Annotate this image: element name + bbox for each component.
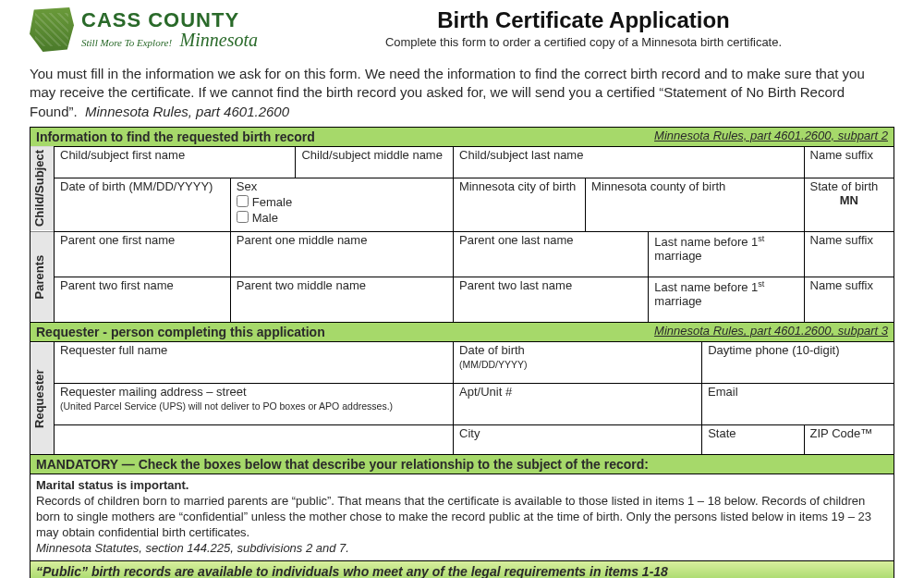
section2-citation: Minnesota Rules, part 4601.2600, subpart… (654, 325, 888, 338)
mandatory-header: MANDATORY — Check the boxes below that d… (30, 455, 894, 474)
requester-state-field[interactable]: State (702, 425, 804, 455)
public-strip-row: “Public” birth records are available to … (30, 560, 894, 578)
p2-suffix-field[interactable]: Name suffix (804, 277, 894, 323)
form-table: Information to find the requested birth … (30, 127, 894, 578)
child-detail-row: Date of birth (MM/DD/YYYY) Sex Female Ma… (30, 178, 894, 232)
marital-body-cell: Marital status is important. Records of … (30, 474, 894, 560)
p2-maiden-field[interactable]: Last name before 1st marriage (649, 277, 804, 323)
page-title: Birth Certificate Application (273, 7, 894, 33)
sex-male-checkbox[interactable] (237, 211, 249, 223)
section2-header-row: Requester - person completing this appli… (30, 323, 894, 342)
parent1-row: Parents Parent one first name Parent one… (30, 231, 894, 277)
requester-email-field[interactable]: Email (702, 384, 894, 425)
parent2-row: Parent two first name Parent two middle … (30, 277, 894, 323)
p1-middle-field[interactable]: Parent one middle name (230, 231, 453, 277)
child-first-field[interactable]: Child/subject first name (55, 146, 296, 178)
page-header: CASS COUNTY Still More To Explore! Minne… (30, 7, 894, 52)
child-middle-field[interactable]: Child/subject middle name (296, 146, 454, 178)
requester-fullname-field[interactable]: Requester full name (55, 342, 454, 384)
section2-title: Requester - person completing this appli… (36, 325, 325, 339)
child-name-row: Child/Subject Child/subject first name C… (30, 146, 894, 178)
org-name: CASS COUNTY (81, 10, 258, 31)
child-state-field: State of birth MN (804, 178, 894, 232)
requester-street-continued[interactable] (55, 425, 454, 455)
requester-row1: Requester Requester full name Date of bi… (30, 342, 894, 384)
p2-first-field[interactable]: Parent two first name (55, 277, 231, 323)
state-value: MN (840, 193, 858, 207)
requester-zip-field[interactable]: ZIP Code™ (804, 425, 894, 455)
requester-apt-field[interactable]: Apt/Unit # (454, 384, 702, 425)
mandatory-header-row: MANDATORY — Check the boxes below that d… (30, 455, 894, 474)
marital-body: Records of children born to married pare… (36, 494, 871, 539)
org-wordmark: CASS COUNTY Still More To Explore! Minne… (81, 10, 258, 49)
sex-female-option[interactable]: Female (237, 194, 447, 210)
p2-middle-field[interactable]: Parent two middle name (230, 277, 453, 323)
p1-maiden-field[interactable]: Last name before 1st marriage (649, 231, 804, 277)
child-county-field[interactable]: Minnesota county of birth (586, 178, 804, 232)
vlabel-child: Child/Subject (30, 146, 55, 231)
page-subtitle: Complete this form to order a certified … (273, 35, 894, 49)
org-state: Minnesota (180, 30, 258, 50)
requester-row2: Requester mailing address – street (Unit… (30, 384, 894, 425)
requester-city-field[interactable]: City (454, 425, 702, 455)
county-map-icon (30, 7, 74, 52)
title-block: Birth Certificate Application Complete t… (273, 7, 894, 49)
p2-last-field[interactable]: Parent two last name (454, 277, 649, 323)
org-logo-block: CASS COUNTY Still More To Explore! Minne… (30, 7, 258, 52)
p1-first-field[interactable]: Parent one first name (55, 231, 231, 277)
section1-citation: Minnesota Rules, part 4601.2600, subpart… (654, 129, 888, 143)
state-label: State of birth (810, 180, 888, 194)
p1-last-field[interactable]: Parent one last name (454, 231, 649, 277)
child-city-field[interactable]: Minnesota city of birth (453, 178, 585, 232)
sex-male-option[interactable]: Male (237, 210, 447, 226)
marital-citation: Minnesota Statutes, section 144.225, sub… (36, 541, 349, 555)
intro-citation: Minnesota Rules, part 4601.2600 (85, 104, 289, 119)
org-tagline: Still More To Explore! (81, 37, 172, 48)
marital-heading: Marital status is important. (36, 478, 188, 492)
vlabel-requester: Requester (30, 342, 55, 455)
child-dob-field[interactable]: Date of birth (MM/DD/YYYY) (55, 178, 231, 232)
requester-dob-field[interactable]: Date of birth (MM/DD/YYYY) (454, 342, 702, 384)
section1-title: Information to find the requested birth … (36, 129, 315, 144)
vlabel-parents: Parents (30, 231, 55, 322)
child-sex-field: Sex Female Male (230, 178, 453, 232)
marital-body-row: Marital status is important. Records of … (30, 474, 894, 560)
sex-female-checkbox[interactable] (237, 195, 249, 207)
intro-paragraph: You must fill in the information we ask … (30, 65, 894, 121)
sex-label: Sex (237, 179, 257, 193)
public-strip: “Public” birth records are available to … (30, 560, 894, 578)
p1-suffix-field[interactable]: Name suffix (804, 231, 894, 277)
child-suffix-field[interactable]: Name suffix (804, 146, 894, 178)
requester-street-field[interactable]: Requester mailing address – street (Unit… (55, 384, 454, 425)
requester-phone-field[interactable]: Daytime phone (10-digit) (702, 342, 894, 384)
section1-header-row: Information to find the requested birth … (30, 127, 894, 146)
requester-row3: City State ZIP Code™ (30, 425, 894, 455)
child-last-field[interactable]: Child/subject last name (454, 146, 805, 178)
